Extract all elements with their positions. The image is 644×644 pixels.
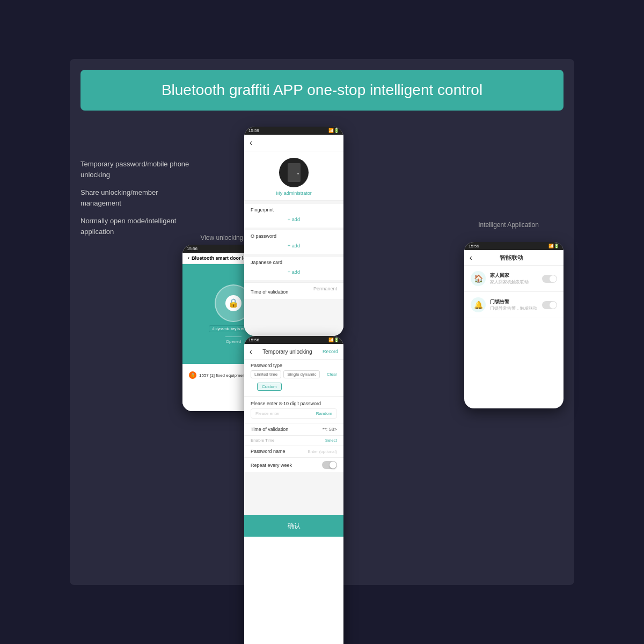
admin-label: My administrator xyxy=(276,191,312,196)
pwd-type-row: Password type Limited time Single dynami… xyxy=(244,360,343,397)
time-temp: 15:56 xyxy=(248,338,259,342)
admin-avatar-section: My administrator xyxy=(244,151,343,201)
alert-icon: 🔔 xyxy=(471,297,486,312)
pwd-type-options: Limited time Single dynamic Clear xyxy=(251,370,337,378)
opened-label: Opened xyxy=(226,339,241,344)
time-main: 15:59 xyxy=(248,128,259,133)
temp-record[interactable]: Record xyxy=(323,349,338,354)
equipment-label: 1557 [1] fixed equipment xyxy=(199,373,246,378)
door-icon xyxy=(288,163,301,182)
icons-temp: 📶🔋 xyxy=(328,338,339,342)
back-arrow-left[interactable]: ‹ xyxy=(188,255,189,261)
item2-sub: 门锁异常告警，触发联动 xyxy=(490,305,542,311)
phone-admin: 15:59 📶🔋 ‹ My administrator Fingerprint xyxy=(244,127,343,336)
pwd-name-row: Password name Enter (optional) xyxy=(244,445,343,458)
password-title: O password xyxy=(251,233,337,239)
card-section: Japanese card + add xyxy=(244,256,343,280)
card-add[interactable]: + add xyxy=(251,267,337,277)
pwd-input-section: Please enter 8-10 digit password Please … xyxy=(244,397,343,423)
pwd-name-input[interactable]: Enter (optional) xyxy=(308,449,337,454)
phone-temp-unlock: 15:56 📶🔋 ‹ Temporary unlocking Record Pa… xyxy=(244,336,343,644)
temp-validation-row: Time of validation **: 58> xyxy=(244,423,343,436)
temp-nav: ‹ Temporary unlocking Record xyxy=(244,344,343,360)
limited-time-option[interactable]: Limited time xyxy=(251,370,281,378)
icons-main: 📶🔋 xyxy=(328,128,339,133)
enable-time-label: Enable Time xyxy=(251,438,274,443)
password-add[interactable]: + add xyxy=(251,241,337,251)
enable-time-row: Enable Time Select xyxy=(244,436,343,445)
pwd-input-row[interactable]: Please enter Random xyxy=(251,408,337,419)
lock-nav-title: Bluetooth smart door lock xyxy=(192,255,252,261)
pwd-name-label: Password name xyxy=(251,449,286,454)
item2-toggle[interactable] xyxy=(542,301,557,309)
icons-right: 📶🔋 xyxy=(548,244,559,248)
lock-icon[interactable]: 🔒 xyxy=(225,295,241,311)
home-icon: 🏠 xyxy=(471,271,486,286)
back-arrow-right[interactable]: ‹ xyxy=(470,253,472,262)
temp-title: Temporary unlocking xyxy=(262,349,312,355)
main-container: Bluetooth graffiti APP one-stop intellig… xyxy=(70,59,574,585)
pwd-type-label: Password type xyxy=(251,363,337,368)
enable-time-value[interactable]: Select xyxy=(325,438,337,443)
avatar xyxy=(279,158,309,187)
status-bar-temp: 15:56 📶🔋 xyxy=(244,336,343,344)
validation-section: Time of validation Permanent xyxy=(244,282,343,299)
item2-text: 门锁告警 门锁异常告警，触发联动 xyxy=(490,298,542,311)
fingerprint-title: Fingerprint xyxy=(251,207,337,213)
feature3-text: Normally open mode/intelligent applicati… xyxy=(80,216,199,237)
repeat-label: Repeat every week xyxy=(251,463,292,468)
status-bar-main: 15:59 📶🔋 xyxy=(244,127,343,135)
status-bar-right: 15:59 📶🔋 xyxy=(464,242,564,250)
right-title: 智能联动 xyxy=(500,254,523,262)
item1-toggle[interactable] xyxy=(542,275,557,283)
clear-button[interactable]: Clear xyxy=(327,372,337,377)
item2-title: 门锁告警 xyxy=(490,298,542,305)
random-button[interactable]: Random xyxy=(316,411,332,416)
item1-sub: 家人回家机触发联动 xyxy=(490,279,542,285)
fingerprint-add[interactable]: + add xyxy=(251,215,337,224)
equip-icon: 🔒 xyxy=(189,371,196,379)
intelligent-app-label: Intelligent Application xyxy=(459,221,558,230)
header-banner: Bluetooth graffiti APP one-stop intellig… xyxy=(80,70,564,111)
feature1-text: Temporary password/mobile phone unlockin… xyxy=(80,159,199,180)
temp-validation-label: Time of validation xyxy=(251,427,288,432)
validation-title: Time of validation xyxy=(251,289,288,295)
temp-validation-value: **: 58> xyxy=(323,427,337,432)
pwd-input-label: Please enter 8-10 digit password xyxy=(251,401,337,406)
phones-area: View unlocking records 15:56 📶🔋 ‹ Blueto… xyxy=(199,127,564,567)
validation-value: Permanent xyxy=(313,286,337,291)
feature2-text: Share unlocking/member management xyxy=(80,187,199,208)
intelligent-item-1[interactable]: 🏠 家人回家 家人回家机触发联动 xyxy=(464,266,564,292)
header-title: Bluetooth graffiti APP one-stop intellig… xyxy=(97,82,547,99)
right-nav: ‹ 智能联动 xyxy=(464,250,564,266)
back-arrow-main[interactable]: ‹ xyxy=(250,138,252,148)
pwd-input-placeholder: Please enter xyxy=(255,411,316,416)
single-dynamic-option[interactable]: Single dynamic xyxy=(283,370,320,378)
confirm-label: 确认 xyxy=(288,522,301,531)
content-area: Temporary password/mobile phone unlockin… xyxy=(80,127,564,567)
left-panel: Temporary password/mobile phone unlockin… xyxy=(80,127,199,567)
card-title: Japanese card xyxy=(251,260,337,265)
fingerprint-section: Fingerprint + add xyxy=(244,204,343,228)
custom-button[interactable]: Custom xyxy=(257,383,282,391)
time-left: 15:56 xyxy=(187,246,197,251)
item1-text: 家人回家 家人回家机触发联动 xyxy=(490,272,542,285)
back-arrow-temp[interactable]: ‹ xyxy=(250,347,252,356)
password-section: O password + add xyxy=(244,230,343,254)
intelligent-item-2[interactable]: 🔔 门锁告警 门锁异常告警，触发联动 xyxy=(464,292,564,318)
main-nav: ‹ xyxy=(244,135,343,151)
repeat-toggle[interactable] xyxy=(322,461,337,469)
item1-title: 家人回家 xyxy=(490,272,542,279)
repeat-row: Repeat every week xyxy=(244,458,343,472)
time-right: 15:59 xyxy=(469,244,479,248)
confirm-btn[interactable]: 确认 xyxy=(244,515,343,537)
main-content: My administrator Fingerprint + add O pas… xyxy=(244,151,343,336)
phone-intelligent: 15:59 📶🔋 ‹ 智能联动 🏠 家人回家 家人回家机触发联动 xyxy=(464,242,564,408)
